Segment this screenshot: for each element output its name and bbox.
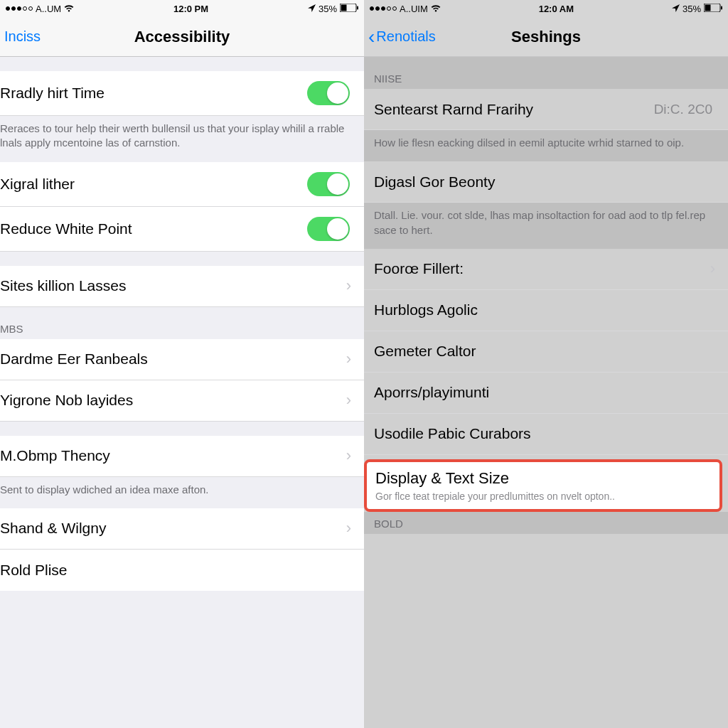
svg-rect-2 [357, 6, 358, 9]
row-digasl[interactable]: Digasl Gor Beonty [364, 161, 728, 203]
row-hurblogs[interactable]: Hurblogs Agolic [364, 290, 728, 331]
row-label: Aporrs/playimunti [374, 384, 718, 401]
row-label: Rradly hirt Time [0, 85, 307, 102]
nav-title: Seshings [511, 28, 581, 46]
row-label: Dardme Eer Ranbeals [0, 350, 346, 368]
nav-back-button[interactable]: ‹ Renotials [368, 17, 436, 56]
nav-back-button[interactable]: Inciss [4, 17, 41, 56]
toggle-switch[interactable] [307, 81, 350, 105]
row-usodile[interactable]: Usodile Pabic Curabors [364, 414, 728, 455]
nav-back-label: Renotials [376, 28, 435, 45]
row-gemeter[interactable]: Gemeter Caltor [364, 331, 728, 373]
toggle-row-reduce-white-point[interactable]: Reduce White Point [0, 207, 364, 252]
carrier-label: A..UM [36, 4, 61, 14]
row-label: Foorœ Fillert: [374, 260, 710, 277]
row-label: Usodile Pabic Curabors [374, 425, 718, 442]
chevron-right-icon: › [346, 350, 354, 368]
svg-rect-5 [721, 6, 722, 9]
signal-dots-icon [370, 6, 397, 11]
nav-bar: Inciss Accessibility [0, 17, 364, 57]
link-row-mobmp[interactable]: M.Obmp Thency › [0, 436, 364, 477]
footer-text: Dtall. Lie. vour. cot slde, lhas map ins… [364, 203, 728, 249]
right-phone: A..UIM 12:0 AM 35% ‹ Renotials Seshings … [364, 0, 728, 728]
row-label: Rold Plise [0, 562, 354, 579]
chevron-right-icon: › [710, 259, 718, 278]
svg-rect-1 [341, 4, 346, 11]
toggle-row-radly[interactable]: Rradly hirt Time [0, 71, 364, 116]
footer-text: Sent to display wdiched an idea maxe aft… [0, 477, 364, 508]
row-label: Xigral lither [0, 176, 307, 193]
link-row-sites[interactable]: Sites killion Lasses › [0, 266, 364, 307]
nav-bar: ‹ Renotials Seshings [364, 17, 728, 57]
row-display-text-size[interactable]: Display & Text Size Gor flce teat trepia… [364, 459, 722, 512]
signal-dots-icon [6, 6, 33, 11]
row-label: Sites killion Lasses [0, 277, 346, 294]
row-label: Display & Text Size [375, 469, 509, 488]
battery-icon [340, 4, 358, 14]
row-foor[interactable]: Foorœ Fillert: › [364, 249, 728, 290]
chevron-right-icon: › [346, 519, 354, 537]
row-label: M.Obmp Thency [0, 447, 346, 464]
link-row-rold[interactable]: Rold Plise [0, 550, 364, 591]
row-label: Yigrone Nob layides [0, 392, 346, 409]
location-icon [308, 4, 316, 14]
section-header: BOLD [364, 512, 728, 534]
battery-icon [704, 4, 722, 14]
chevron-left-icon: ‹ [368, 27, 375, 47]
battery-pct: 35% [318, 4, 337, 14]
settings-list: Rradly hirt Time Reraces to tour help th… [0, 57, 364, 728]
link-row-shand[interactable]: Shand & Wilgny › [0, 508, 364, 550]
status-time: 12:0 PM [173, 4, 208, 14]
row-detail: Di:C. 2C0 [654, 102, 712, 117]
svg-rect-4 [705, 4, 710, 11]
toggle-row-xigral[interactable]: Xigral lither [0, 162, 364, 207]
footer-text: How lie flesn eacking dilsed in eemil ap… [364, 130, 728, 161]
wifi-icon [431, 4, 441, 14]
chevron-right-icon: › [346, 446, 354, 465]
chevron-right-icon: › [346, 277, 354, 295]
footer-text: Reraces to tour help their werth bullens… [0, 116, 364, 162]
wifi-icon [64, 4, 74, 14]
section-header: MBS [0, 307, 364, 339]
row-aporrs[interactable]: Aporrs/playimunti [364, 373, 728, 414]
row-subtitle: Gor flce teat trepiale your predlumittes… [375, 491, 615, 502]
chevron-right-icon: › [346, 391, 354, 410]
status-bar: A..UM 12:0 PM 35% [0, 0, 364, 17]
row-label: Sentearst Rarnd Frarihy [374, 101, 654, 118]
row-label: Shand & Wilgny [0, 520, 346, 537]
link-row-dardme[interactable]: Dardme Eer Ranbeals › [0, 339, 364, 380]
carrier-label: A..UIM [400, 4, 428, 14]
battery-pct: 35% [682, 4, 701, 14]
status-time: 12:0 AM [539, 4, 574, 14]
nav-title: Accessibility [134, 28, 230, 46]
row-label: Reduce White Point [0, 220, 307, 237]
toggle-switch[interactable] [307, 172, 350, 196]
section-header: NIISE [364, 57, 728, 89]
location-icon [672, 4, 680, 14]
left-phone: A..UM 12:0 PM 35% Inciss Accessibility R… [0, 0, 364, 728]
row-label: Digasl Gor Beonty [374, 173, 718, 191]
settings-list: NIISE Sentearst Rarnd Frarihy Di:C. 2C0 … [364, 57, 728, 728]
toggle-switch[interactable] [307, 217, 350, 241]
row-label: Gemeter Caltor [374, 343, 718, 360]
status-bar: A..UIM 12:0 AM 35% [364, 0, 728, 17]
row-sentearst[interactable]: Sentearst Rarnd Frarihy Di:C. 2C0 [364, 89, 728, 130]
nav-back-label: Inciss [4, 28, 41, 45]
row-label: Hurblogs Agolic [374, 301, 718, 318]
link-row-yigrone[interactable]: Yigrone Nob layides › [0, 380, 364, 422]
